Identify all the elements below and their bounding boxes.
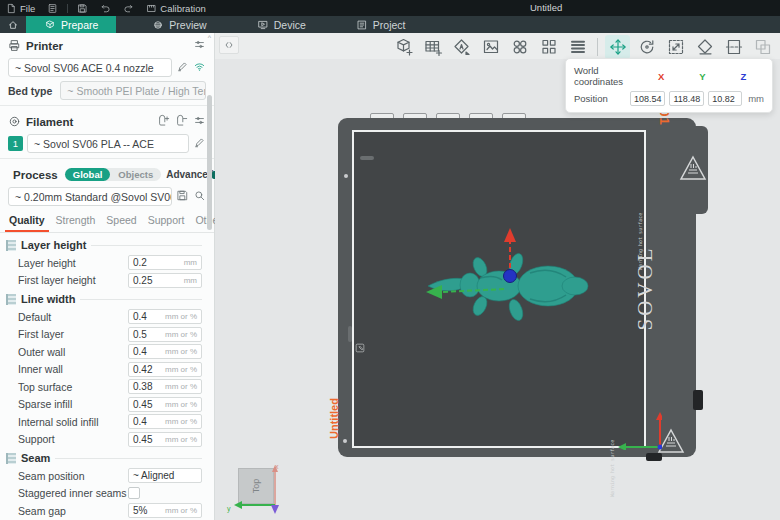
- auto-orient-button[interactable]: [449, 35, 474, 59]
- filament-edit-button[interactable]: [193, 136, 206, 151]
- position-z-input[interactable]: 10.82: [708, 91, 742, 106]
- filament-slot-badge[interactable]: 1: [8, 136, 23, 151]
- param-label: Internal solid infill: [18, 416, 128, 428]
- process-mode-global[interactable]: Global: [65, 168, 111, 181]
- staggered-inner-seams-checkbox[interactable]: [128, 487, 140, 499]
- section-divider: [0, 105, 214, 106]
- first-layer-input[interactable]: 0.5mm or %: [128, 327, 202, 342]
- param-row-first-layer-height: First layer height0.25mm: [6, 272, 202, 290]
- navigation-cube[interactable]: Top x y: [225, 461, 289, 519]
- warning-text: Warning hot surface: [609, 440, 615, 497]
- group-header-layer-height[interactable]: Layer height: [6, 239, 202, 251]
- tab-preview[interactable]: Preview: [138, 16, 220, 33]
- move-button[interactable]: [605, 35, 630, 59]
- sparse-infill-input[interactable]: 0.45mm or %: [128, 397, 202, 412]
- navcube-y-label: y: [227, 505, 231, 512]
- board-button[interactable]: [41, 0, 64, 16]
- process-search-button[interactable]: [193, 189, 206, 204]
- plate-origin-axes: [616, 410, 662, 450]
- plate-name-edit-icon[interactable]: [352, 343, 370, 354]
- outer-wall-input[interactable]: 0.4mm or %: [128, 344, 202, 359]
- param-tab-strength[interactable]: Strength: [52, 212, 100, 232]
- sidebar-collapse-button[interactable]: [219, 36, 239, 54]
- add-filament-button[interactable]: [157, 114, 170, 129]
- file-menu[interactable]: File: [0, 0, 41, 16]
- process-save-button[interactable]: [176, 189, 189, 204]
- filament-preset-select[interactable]: ~ Sovol SV06 PLA -- ACE: [27, 134, 189, 153]
- param-row-default: Default0.4mm or %: [6, 308, 202, 326]
- add-plate-button[interactable]: [420, 35, 445, 59]
- redo-button[interactable]: [117, 0, 140, 16]
- add-object-button[interactable]: [391, 35, 416, 59]
- group-rule: [55, 458, 202, 459]
- filament-settings-button[interactable]: [193, 114, 206, 129]
- preview-icon: [152, 19, 164, 31]
- group-title: Seam: [21, 452, 50, 464]
- group-header-seam[interactable]: Seam: [6, 452, 202, 464]
- param-value: 0.38: [133, 381, 165, 392]
- save-icon: [176, 189, 189, 202]
- param-tab-quality[interactable]: Quality: [5, 212, 49, 232]
- seam-position-select[interactable]: ~ Aligned: [128, 468, 202, 483]
- position-x-input[interactable]: 108.54: [630, 91, 666, 106]
- param-value: 0.45: [133, 399, 165, 410]
- tab-prepare[interactable]: Prepare: [26, 16, 116, 33]
- sidebar-scrollbar[interactable]: ^: [207, 33, 212, 520]
- auto-orient-icon: [452, 37, 472, 57]
- group-rule: [80, 299, 202, 300]
- seam-gap-input[interactable]: 5%mm or %: [128, 503, 202, 518]
- split-to-objects-button[interactable]: [507, 35, 532, 59]
- internal-solid-infill-input[interactable]: 0.4mm or %: [128, 414, 202, 429]
- model-3d[interactable]: [420, 226, 620, 338]
- title-bar: File Calibration Untitled: [0, 0, 780, 16]
- param-row-layer-height: Layer height0.2mm: [6, 254, 202, 272]
- param-row-first-layer: First layer0.5mm or %: [6, 326, 202, 344]
- tab-device[interactable]: Device: [243, 16, 320, 33]
- first-layer-height-input[interactable]: 0.25mm: [128, 273, 202, 288]
- 3d-viewport[interactable]: World coordinates X Y Z Position 108.54 …: [215, 33, 780, 520]
- rotate-button[interactable]: [634, 35, 659, 59]
- cut-button[interactable]: [721, 35, 746, 59]
- bed-type-select[interactable]: ~ Smooth PEI Plate / High Temp Plate: [60, 81, 206, 100]
- param-label: Default: [18, 311, 128, 323]
- arrange-button[interactable]: [478, 35, 503, 59]
- process-preset-select[interactable]: ~ 0.20mm Standard @Sovol SV06 ACE: [8, 187, 172, 206]
- scrollbar-thumb[interactable]: [207, 95, 212, 230]
- group-header-line-width[interactable]: Line width: [6, 293, 202, 305]
- home-button[interactable]: [0, 16, 26, 33]
- printer-settings-button[interactable]: [193, 38, 206, 53]
- position-y-input[interactable]: 118.48: [669, 91, 704, 106]
- printer-edit-button[interactable]: [176, 60, 189, 75]
- calibration-menu[interactable]: Calibration: [140, 0, 211, 16]
- param-tab-speed[interactable]: Speed: [102, 212, 140, 232]
- variable-layer-height-button[interactable]: [565, 35, 590, 59]
- window-title: Untitled: [530, 2, 562, 13]
- board-icon: [47, 3, 58, 14]
- printer-preset-select[interactable]: ~ Sovol SV06 ACE 0.4 nozzle: [8, 58, 172, 77]
- split-to-parts-button[interactable]: [536, 35, 561, 59]
- param-tab-support[interactable]: Support: [144, 212, 189, 232]
- remove-filament-button[interactable]: [175, 114, 188, 129]
- tab-project[interactable]: Project: [342, 16, 420, 33]
- plate-name[interactable]: Untitled: [328, 398, 340, 439]
- param-unit: mm or %: [165, 347, 197, 356]
- inner-wall-input[interactable]: 0.42mm or %: [128, 362, 202, 377]
- printer-section-title: Printer: [26, 40, 63, 52]
- workflow-tabs: PreparePreviewDeviceProject: [26, 16, 442, 33]
- default-input[interactable]: 0.4mm or %: [128, 309, 202, 324]
- scroll-up-icon[interactable]: ^: [208, 34, 211, 41]
- scale-button[interactable]: [663, 35, 688, 59]
- top-surface-input[interactable]: 0.38mm or %: [128, 379, 202, 394]
- process-mode-objects[interactable]: Objects: [110, 168, 161, 181]
- layer-height-input[interactable]: 0.2mm: [128, 255, 202, 270]
- param-label: Sparse infill: [18, 398, 128, 410]
- group-icon: [6, 453, 16, 464]
- undo-button[interactable]: [94, 0, 117, 16]
- split-to-parts-icon: [539, 37, 559, 57]
- printer-connection-button[interactable]: [193, 60, 206, 75]
- mesh-boolean-button[interactable]: [750, 35, 775, 59]
- lay-flat-button[interactable]: [692, 35, 717, 59]
- support-input[interactable]: 0.45mm or %: [128, 432, 202, 447]
- save-button[interactable]: [71, 0, 94, 16]
- group-title: Layer height: [21, 239, 86, 251]
